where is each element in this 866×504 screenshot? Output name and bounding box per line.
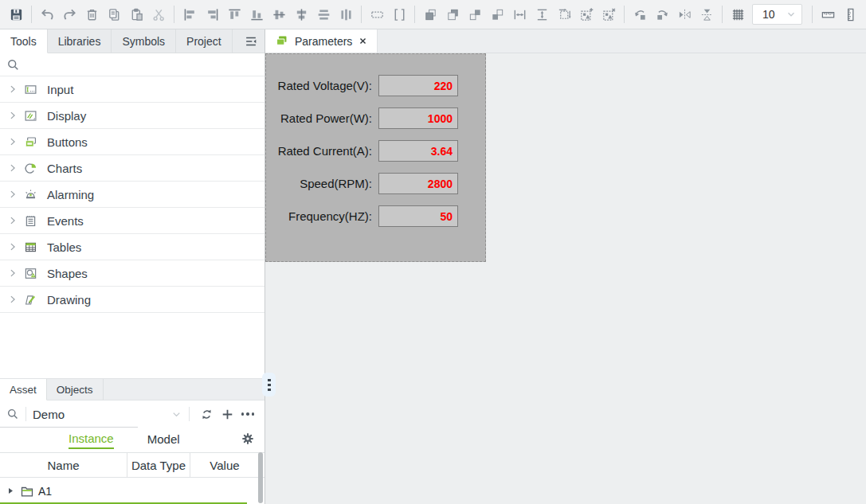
select-underline [0,427,138,428]
toolbar-separator [812,6,813,23]
swap-size-button[interactable] [553,3,575,25]
more-options-button[interactable] [237,404,258,424]
value-box[interactable]: 220 [378,75,458,96]
tab-objects[interactable]: Objects [47,379,104,400]
flip-vertical-button[interactable] [696,3,718,25]
tree-item-label: Tables [47,240,81,254]
tree-item-tables[interactable]: Tables [0,234,265,260]
align-left-button[interactable] [178,3,201,25]
chevron-right-icon [7,84,18,95]
asset-search-row: Demo [0,400,265,428]
value-box[interactable]: 1000 [378,107,458,129]
bring-to-front-button[interactable] [419,3,441,25]
tree-item-events[interactable]: Events [0,208,265,234]
panel-resize-handle[interactable] [262,373,276,397]
tab-parameters[interactable]: Parameters [265,29,378,53]
tab-model[interactable]: Model [147,432,180,448]
value-box[interactable]: 50 [378,205,458,227]
cut-button[interactable] [147,3,170,25]
send-backward-button[interactable] [486,3,508,25]
save-button[interactable] [5,3,27,25]
tab-symbols[interactable]: Symbols [112,29,176,53]
tab-libraries-label: Libraries [58,35,101,48]
tab-project[interactable]: Project [176,29,233,53]
charts-icon [24,162,37,175]
vertical-spacing-button[interactable] [531,3,553,25]
align-middle-button[interactable] [268,3,290,25]
asset-select-value[interactable]: Demo [33,408,170,421]
tree-item-alarming[interactable]: Alarming [0,182,265,208]
align-center-button[interactable] [290,3,312,25]
rotate-left-button[interactable] [629,3,651,25]
send-to-back-button[interactable] [441,3,464,25]
tools-tree: Input Display Buttons Charts Alarming [0,76,265,313]
group-button[interactable] [575,3,598,25]
align-bottom-button[interactable] [245,3,268,25]
rotate-left-icon [633,7,648,22]
close-icon[interactable] [359,37,367,45]
flip-horizontal-button[interactable] [673,3,696,25]
grid-size-select[interactable]: 10 [752,4,802,25]
tab-asset[interactable]: Asset [0,379,47,400]
rotate-right-button[interactable] [651,3,673,25]
folder-icon [20,484,34,498]
search-icon [6,408,19,420]
column-name[interactable]: Name [0,453,127,477]
ungroup-button[interactable] [598,3,620,25]
tree-item-drawing[interactable]: Drawing [0,287,265,313]
distribute-horizontal-button[interactable] [335,3,357,25]
table-scrollbar[interactable] [258,452,263,503]
chevron-down-icon[interactable] [170,408,182,420]
redo-button[interactable] [58,3,80,25]
chevron-right-icon [7,294,18,305]
tree-item-charts[interactable]: Charts [0,155,265,182]
same-width-button[interactable] [366,3,388,25]
tree-item-label: Shapes [47,267,88,280]
vertical-ruler-button[interactable] [839,3,861,25]
toolbar: 10 [0,0,866,29]
refresh-icon [200,408,214,421]
align-top-button[interactable] [223,3,245,25]
drawing-icon [24,293,37,307]
redo-icon [62,7,77,22]
trash-icon [84,7,100,22]
chevron-right-icon [7,162,18,174]
search-icon [6,58,20,72]
copy-button[interactable] [103,3,125,25]
field-label: Rated Voltage(V): [278,79,372,92]
grid-toggle-button[interactable] [727,3,749,25]
delete-button[interactable] [80,3,103,25]
tree-item-buttons[interactable]: Buttons [0,129,265,155]
settings-button[interactable] [241,432,255,448]
tree-item-shapes[interactable]: Shapes [0,260,265,287]
tree-item-input[interactable]: Input [0,76,265,103]
align-right-button[interactable] [201,3,223,25]
horizontal-spacing-button[interactable] [508,3,531,25]
parameters-widget[interactable]: Rated Voltage(V): 220 Rated Power(W): 10… [265,53,486,262]
align-left-icon [182,7,198,22]
bring-forward-button[interactable] [464,3,486,25]
same-height-button[interactable] [388,3,410,25]
distribute-vertical-button[interactable] [312,3,335,25]
value-box[interactable]: 3.64 [378,140,458,162]
paste-button[interactable] [125,3,147,25]
tree-item-label: Alarming [47,188,94,201]
column-data-type[interactable]: Data Type [127,453,190,477]
add-button[interactable] [217,404,237,424]
canvas[interactable]: Rated Voltage(V): 220 Rated Power(W): 10… [265,53,866,504]
tab-libraries[interactable]: Libraries [48,29,112,53]
horizontal-ruler-button[interactable] [817,3,839,25]
refresh-button[interactable] [196,404,217,424]
tools-search[interactable] [0,53,265,76]
caret-right-icon[interactable] [6,486,15,495]
column-value[interactable]: Value [190,453,259,477]
tab-instance[interactable]: Instance [69,432,114,449]
swap-size-icon [557,7,572,22]
tree-item-display[interactable]: Display [0,103,265,129]
tab-tools[interactable]: Tools [0,29,48,53]
undo-button[interactable] [36,3,58,25]
collapse-panel-button[interactable] [237,29,265,53]
chevron-right-icon [7,189,18,200]
table-row-a1[interactable]: A1 [0,478,265,504]
value-box[interactable]: 2800 [378,173,458,194]
